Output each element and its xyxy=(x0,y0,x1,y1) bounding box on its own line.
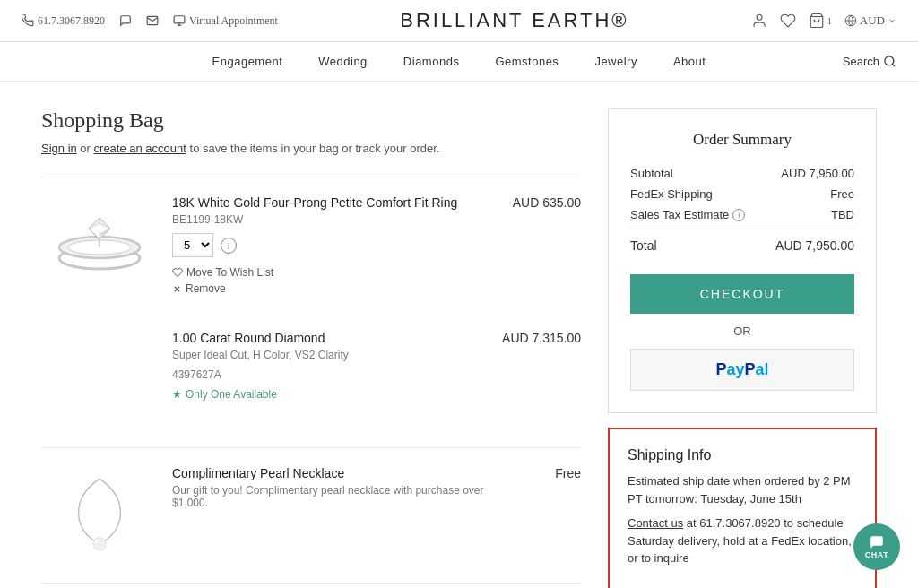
cart-item-diamond: 1.00 Carat Round Diamond Super Ideal Cut… xyxy=(41,313,581,447)
shipping-contact: Contact us at 61.7.3067.8920 to schedule… xyxy=(628,514,857,567)
item-name-necklace: Complimentary Pearl Necklace xyxy=(172,466,486,480)
or-divider: OR xyxy=(630,324,854,338)
svg-point-20 xyxy=(95,540,100,544)
shipping-info-title: Shipping Info xyxy=(628,447,857,463)
main-content: Shopping Bag Sign in or create an accoun… xyxy=(20,82,898,588)
item-image-ring xyxy=(41,195,158,294)
item-sku-diamond: 4397627A xyxy=(172,368,486,381)
top-bar-left: 61.7.3067.8920 Virtual Appointment xyxy=(22,14,278,28)
search-button[interactable]: Search xyxy=(843,55,896,68)
create-account-link[interactable]: create an account xyxy=(94,142,186,155)
nav-bar: Engagement Wedding Diamonds Gemstones Je… xyxy=(0,42,918,82)
chat-icon[interactable] xyxy=(119,14,132,27)
tax-row: Sales Tax Estimate i TBD xyxy=(630,208,854,221)
item-name-diamond: 1.00 Carat Round Diamond xyxy=(172,331,486,345)
sidebar-section: Order Summary Subtotal AUD 7,950.00 FedE… xyxy=(608,108,877,588)
availability-badge: ★ Only One Available xyxy=(172,388,486,401)
account-icon[interactable] xyxy=(751,13,767,29)
wishlist-icon[interactable] xyxy=(780,13,796,29)
nav-item-jewelry[interactable]: Jewelry xyxy=(594,55,637,68)
shipping-info-box: Shipping Info Estimated ship date when o… xyxy=(608,428,877,588)
cart-item-necklace: Complimentary Pearl Necklace Our gift to… xyxy=(41,447,581,584)
star-icon: ★ xyxy=(172,388,182,401)
item-name-ring: 18K White Gold Four-Prong Petite Comfort… xyxy=(172,195,486,210)
item-sku-ring: BE1199-18KW xyxy=(172,213,486,226)
svg-point-7 xyxy=(885,56,894,65)
svg-point-3 xyxy=(757,14,762,20)
item-image-necklace xyxy=(41,466,158,565)
wishlist-button-ring[interactable]: Move To Wish List xyxy=(172,266,486,279)
shipping-estimate: Estimated ship date when ordered by 2 PM… xyxy=(628,472,857,507)
order-summary: Order Summary Subtotal AUD 7,950.00 FedE… xyxy=(608,108,877,413)
paypal-logo: PayPal xyxy=(715,360,768,379)
page-title: Shopping Bag xyxy=(41,108,581,133)
svg-point-19 xyxy=(93,538,107,551)
nav-item-gemstones[interactable]: Gemstones xyxy=(495,55,559,68)
top-bar-right: 1 AUD xyxy=(751,13,896,29)
nav-item-diamonds[interactable]: Diamonds xyxy=(403,55,460,68)
qty-row-ring: 12345 i xyxy=(172,233,486,257)
item-details-ring: 18K White Gold Four-Prong Petite Comfort… xyxy=(172,195,486,295)
item-description-diamond: Super Ideal Cut, H Color, VS2 Clarity xyxy=(172,349,486,361)
qty-info-icon[interactable]: i xyxy=(221,238,237,254)
item-price-diamond: AUD 7,315.00 xyxy=(500,331,581,429)
virtual-appointment-link[interactable]: Virtual Appointment xyxy=(173,14,278,28)
cart-section: Shopping Bag Sign in or create an accoun… xyxy=(41,108,581,588)
item-price-ring: AUD 635.00 xyxy=(500,195,581,295)
checkout-button[interactable]: CHECKOUT xyxy=(630,274,854,314)
email-icon[interactable] xyxy=(146,14,159,27)
nav-item-engagement[interactable]: Engagement xyxy=(212,55,283,68)
shipping-row: FedEx Shipping Free xyxy=(630,187,854,201)
svg-line-8 xyxy=(892,64,895,66)
item-image-diamond xyxy=(41,331,158,429)
item-actions-ring: Move To Wish List Remove xyxy=(172,266,486,295)
remove-button-ring[interactable]: Remove xyxy=(172,282,486,295)
tax-info-icon[interactable]: i xyxy=(732,209,745,221)
subtotal-row: Subtotal AUD 7,950.00 xyxy=(630,167,854,180)
qty-select-ring[interactable]: 12345 xyxy=(172,233,213,257)
nav-item-wedding[interactable]: Wedding xyxy=(318,55,368,68)
total-row: Total AUD 7,950.00 xyxy=(630,229,854,253)
item-description-necklace: Our gift to you! Complimentary pearl nec… xyxy=(172,484,486,509)
sign-in-prompt: Sign in or create an account to save the… xyxy=(41,142,581,155)
item-details-diamond: 1.00 Carat Round Diamond Super Ideal Cut… xyxy=(172,331,486,429)
currency-selector[interactable]: AUD xyxy=(844,13,896,28)
cart-item-ring: 18K White Gold Four-Prong Petite Comfort… xyxy=(41,177,581,313)
sign-in-link[interactable]: Sign in xyxy=(41,142,77,155)
top-bar: 61.7.3067.8920 Virtual Appointment BRILL… xyxy=(0,0,918,42)
tax-estimate-link[interactable]: Sales Tax Estimate xyxy=(630,208,729,221)
nav-links: Engagement Wedding Diamonds Gemstones Je… xyxy=(212,55,706,68)
svg-rect-0 xyxy=(174,16,185,23)
paypal-button[interactable]: PayPal xyxy=(630,349,854,391)
item-details-necklace: Complimentary Pearl Necklace Our gift to… xyxy=(172,466,486,565)
cart-count: 1 xyxy=(827,16,832,26)
brand-logo[interactable]: BRILLIANT EARTH® xyxy=(400,9,628,32)
item-price-necklace: Free xyxy=(500,466,581,565)
chat-button[interactable]: CHAT xyxy=(853,523,900,570)
cart-icon[interactable]: 1 xyxy=(809,13,832,29)
phone-number[interactable]: 61.7.3067.8920 xyxy=(22,14,105,28)
nav-item-about[interactable]: About xyxy=(673,55,706,68)
order-summary-title: Order Summary xyxy=(630,131,854,149)
contact-us-link[interactable]: Contact us xyxy=(628,516,683,530)
